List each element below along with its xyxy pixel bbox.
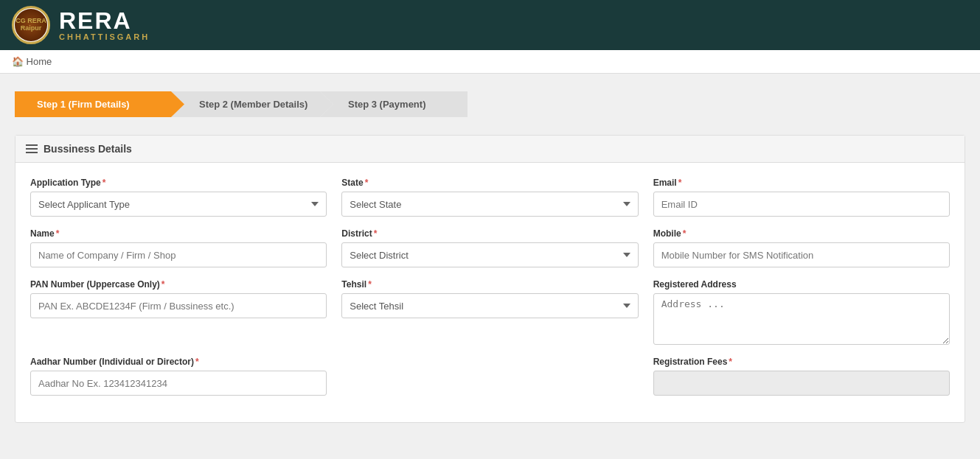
district-select[interactable]: Select District [341,242,638,267]
application-type-select[interactable]: Select Applicant Type [30,192,327,217]
aadhar-input[interactable] [30,371,327,396]
header-subtitle: CHHATTISGARH [59,32,150,41]
form-card-header: Bussiness Details [15,136,965,163]
aadhar-group: Aadhar Number (Individual or Director)* [30,357,327,396]
state-select[interactable]: Select State [341,192,638,217]
header: CG RERA Raipur RERA CHHATTISGARH [0,0,980,50]
form-card-title: Bussiness Details [44,143,132,155]
registered-address-label: Registered Address [653,279,950,290]
email-input[interactable] [653,192,950,217]
tehsil-label: Tehsil* [341,279,638,290]
mobile-group: Mobile* [653,228,950,267]
name-label: Name* [30,228,327,239]
step-3[interactable]: Step 3 (Payment) [320,91,468,117]
form-row-4: Aadhar Number (Individual or Director)* … [30,357,950,396]
step-1[interactable]: Step 1 (Firm Details) [15,91,184,117]
email-group: Email* [653,178,950,217]
name-group: Name* [30,228,327,267]
header-title: RERA [59,9,150,32]
name-input[interactable] [30,242,327,267]
aadhar-label: Aadhar Number (Individual or Director)* [30,357,327,367]
registration-fees-group: Registration Fees* [653,357,950,396]
district-label: District* [341,228,638,239]
breadcrumb: 🏠 Home [0,50,980,74]
application-type-label: Application Type* [30,178,327,188]
logo: CG RERA Raipur [12,6,50,44]
form-body: Application Type* Select Applicant Type … [15,163,965,422]
tehsil-select[interactable]: Select Tehsil [341,293,638,318]
application-type-group: Application Type* Select Applicant Type [30,178,327,217]
steps-container: Step 1 (Firm Details) Step 2 (Member Det… [15,91,568,117]
registration-fees-label: Registration Fees* [653,357,950,367]
form-row-1: Application Type* Select Applicant Type … [30,178,950,217]
header-text: RERA CHHATTISGARH [59,9,150,41]
pan-label: PAN Number (Uppercase Only)* [30,279,327,290]
form-row-2: Name* District* Select District Mobile* [30,228,950,267]
form-card: Bussiness Details Application Type* Sele… [15,135,965,423]
state-label: State* [341,178,638,188]
email-label: Email* [653,178,950,188]
registered-address-input[interactable] [653,293,950,345]
state-group: State* Select State [341,178,638,217]
step-3-label: Step 3 (Payment) [348,99,425,110]
tehsil-group: Tehsil* Select Tehsil [341,279,638,345]
registered-address-group: Registered Address [653,279,950,345]
home-link[interactable]: 🏠 Home [12,56,52,67]
district-group: District* Select District [341,228,638,267]
step-2[interactable]: Step 2 (Member Details) [171,91,333,117]
empty-group [341,357,638,396]
step-1-label: Step 1 (Firm Details) [37,99,130,110]
hamburger-icon [26,144,38,153]
main-content: Step 1 (Firm Details) Step 2 (Member Det… [0,74,980,452]
pan-input[interactable] [30,293,327,318]
pan-group: PAN Number (Uppercase Only)* [30,279,327,345]
form-row-3: PAN Number (Uppercase Only)* Tehsil* Sel… [30,279,950,345]
step-2-label: Step 2 (Member Details) [199,99,307,110]
logo-inner: CG RERA Raipur [15,9,47,41]
registration-fees-display [653,371,950,396]
mobile-input[interactable] [653,242,950,267]
mobile-label: Mobile* [653,228,950,239]
